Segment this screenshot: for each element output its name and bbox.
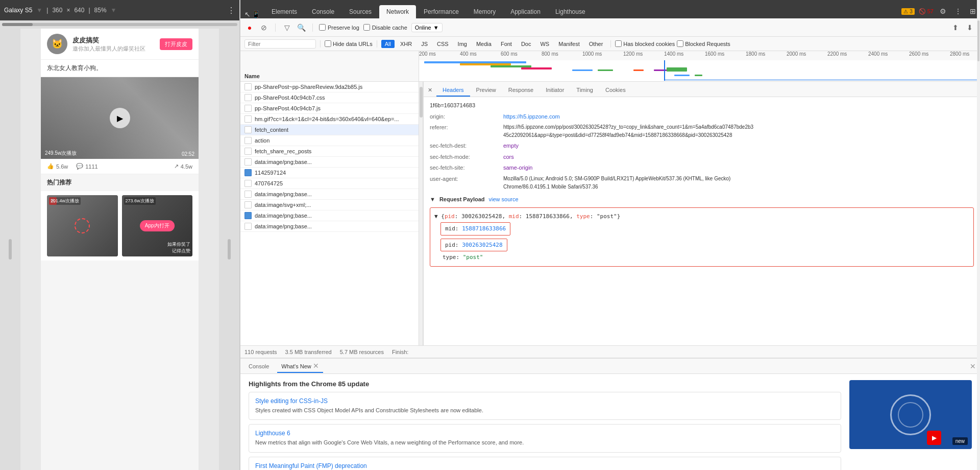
- thumb-play-button[interactable]: ▶: [927, 431, 941, 445]
- network-item-2[interactable]: pp-SharePost.40c94cb7.js: [240, 103, 419, 114]
- network-item-13[interactable]: data:image/png;base...: [240, 221, 419, 232]
- network-item-3[interactable]: hm.gif?cc=1&ck=1&cl=24-bit&ds=360x640&vl…: [240, 114, 419, 125]
- close-details-button[interactable]: ✕: [424, 84, 436, 97]
- app-rec-item-1[interactable]: 热 201.4w次播放: [47, 195, 118, 256]
- preserve-log-checkbox[interactable]: Preserve log: [319, 24, 359, 31]
- app-comments[interactable]: 💬 1111: [76, 163, 97, 170]
- undock-icon[interactable]: ⊞: [968, 6, 978, 16]
- filter-type-manifest[interactable]: Manifest: [555, 40, 583, 48]
- tab-memory[interactable]: Memory: [467, 5, 503, 18]
- whats-new-tab-close[interactable]: ✕: [313, 362, 319, 370]
- filter-type-img[interactable]: Img: [454, 40, 471, 48]
- network-item-0[interactable]: pp-SharePost~pp-ShareReview.9da2b85.js: [240, 82, 419, 92]
- filter-type-xhr[interactable]: XHR: [397, 40, 415, 48]
- bottom-text-section: Highlights from the Chrome 85 update Sty…: [249, 380, 841, 464]
- details-tab-initiator[interactable]: Initiator: [540, 84, 570, 97]
- filter-type-font[interactable]: Font: [497, 40, 516, 48]
- device-more-button[interactable]: ⋮: [227, 6, 235, 15]
- network-item-name-1: pp-SharePost.40c94cb7.css: [255, 95, 416, 101]
- network-item-11[interactable]: data:image/svg+xml;...: [240, 200, 419, 210]
- network-condition-selector[interactable]: Online ▼: [411, 23, 443, 32]
- tab-sources[interactable]: Sources: [342, 5, 379, 18]
- app-inner-open-button[interactable]: App内打开: [140, 220, 175, 231]
- network-item-6[interactable]: fetch_share_rec_posts: [240, 146, 419, 157]
- network-item-5[interactable]: action: [240, 135, 419, 146]
- likes-count: 5.6w: [56, 163, 68, 170]
- app-likes[interactable]: 👍 5.6w: [47, 163, 68, 170]
- network-item-10[interactable]: data:image/png;base...: [240, 189, 419, 200]
- filter-button[interactable]: ▽: [282, 22, 292, 33]
- network-item-7[interactable]: data:image/png;base...: [240, 157, 419, 168]
- record-button[interactable]: ●: [244, 22, 255, 33]
- disable-cache-checkbox[interactable]: Disable cache: [363, 24, 407, 31]
- filter-type-all[interactable]: All: [381, 40, 395, 48]
- bottom-tab-whats-new[interactable]: What's New ✕: [277, 360, 323, 373]
- hide-data-urls-input[interactable]: [325, 40, 331, 47]
- preserve-log-input[interactable]: [319, 24, 326, 31]
- filter-type-ws[interactable]: WS: [536, 40, 553, 48]
- details-tab-cookies[interactable]: Cookies: [599, 84, 632, 97]
- like-icon: 👍: [47, 163, 54, 170]
- payload-view-source-link[interactable]: view source: [489, 195, 519, 204]
- details-tab-preview[interactable]: Preview: [470, 84, 502, 97]
- tab-console[interactable]: Console: [305, 5, 341, 18]
- settings-icon[interactable]: ⚙: [938, 6, 948, 16]
- filter-input[interactable]: [244, 39, 316, 49]
- app-follow-button[interactable]: 打开皮皮: [160, 38, 192, 50]
- bottom-panel-close[interactable]: ✕: [970, 362, 976, 370]
- details-scrollbar[interactable]: [977, 82, 980, 345]
- tab-elements[interactable]: Elements: [264, 5, 304, 18]
- filter-type-media[interactable]: Media: [473, 40, 495, 48]
- app-rec-label-2: 如果你笑了 记得点赞: [167, 241, 190, 254]
- details-tab-headers[interactable]: Headers: [436, 84, 470, 97]
- detail-row-user-agent: user-agent: Mozilla/5.0 (Linux; Android …: [430, 175, 974, 191]
- device-name[interactable]: Galaxy S5: [4, 7, 32, 14]
- tab-performance[interactable]: Performance: [416, 5, 466, 18]
- payload-header: ▼ Request Payload view source: [430, 195, 974, 204]
- stop-button[interactable]: ⊘: [259, 22, 269, 33]
- blocked-requests-checkbox[interactable]: Blocked Requests: [677, 40, 730, 47]
- tl-label-10: 2200 ms: [827, 51, 847, 57]
- export-button[interactable]: ⬇: [964, 21, 976, 34]
- app-play-button[interactable]: ▶: [110, 108, 130, 128]
- import-button[interactable]: ⬆: [949, 21, 962, 34]
- tab-network[interactable]: Network: [379, 5, 416, 18]
- more-icon[interactable]: ⋮: [952, 6, 964, 16]
- tab-application[interactable]: Application: [503, 5, 548, 18]
- filter-type-js[interactable]: JS: [418, 40, 431, 48]
- app-shares[interactable]: ↗ 4.5w: [174, 163, 192, 170]
- app-rec-item-2[interactable]: 273.6w次播放 如果你笑了 记得点赞 App内打开: [122, 195, 193, 256]
- tl-label-4: 1000 ms: [582, 51, 602, 57]
- network-item-12[interactable]: data:image/png;base...: [240, 210, 419, 221]
- network-item-4[interactable]: fetch_content: [240, 125, 419, 135]
- has-blocked-cookies-checkbox[interactable]: Has blocked cookies: [615, 40, 675, 47]
- disable-cache-input[interactable]: [363, 24, 370, 31]
- network-item-icon-0: [244, 83, 252, 90]
- tab-lighthouse[interactable]: Lighthouse: [548, 5, 593, 18]
- bottom-tab-console[interactable]: Console: [244, 361, 273, 371]
- hide-data-urls-checkbox[interactable]: Hide data URLs: [325, 40, 373, 47]
- device-toggle-icon[interactable]: 📱: [252, 10, 260, 18]
- highlight-item-2[interactable]: First Meaningful Paint (FMP) deprecation: [249, 457, 841, 470]
- filter-type-doc[interactable]: Doc: [518, 40, 535, 48]
- bottom-video-thumbnail[interactable]: ▶ new: [849, 380, 972, 449]
- thumb-new-badge: new: [952, 437, 968, 445]
- app-video-container[interactable]: ▶ 249.5w次播放 02:52: [41, 77, 199, 159]
- network-item-9[interactable]: 470764725: [240, 178, 419, 189]
- list-scrollbar[interactable]: [419, 82, 423, 345]
- details-tab-timing[interactable]: Timing: [570, 84, 599, 97]
- highlight-item-1[interactable]: Lighthouse 6 New metrics that align with…: [249, 424, 841, 452]
- highlight-item-0[interactable]: Style editing for CSS-in-JS Styles creat…: [249, 392, 841, 420]
- blocked-requests-input[interactable]: [677, 40, 683, 47]
- network-item-1[interactable]: pp-SharePost.40c94cb7.css: [240, 92, 419, 103]
- has-blocked-cookies-input[interactable]: [615, 40, 622, 47]
- search-button[interactable]: 🔍: [296, 22, 306, 33]
- details-tab-response[interactable]: Response: [502, 84, 540, 97]
- network-item-8[interactable]: 1142597124: [240, 168, 419, 178]
- filter-bar: Hide data URLs All XHR JS CSS Img Media …: [240, 37, 980, 51]
- device-width[interactable]: 360: [52, 7, 62, 14]
- device-height[interactable]: 640: [74, 7, 84, 14]
- device-zoom[interactable]: 85%: [94, 7, 107, 14]
- filter-type-other[interactable]: Other: [585, 40, 607, 48]
- filter-type-css[interactable]: CSS: [433, 40, 452, 48]
